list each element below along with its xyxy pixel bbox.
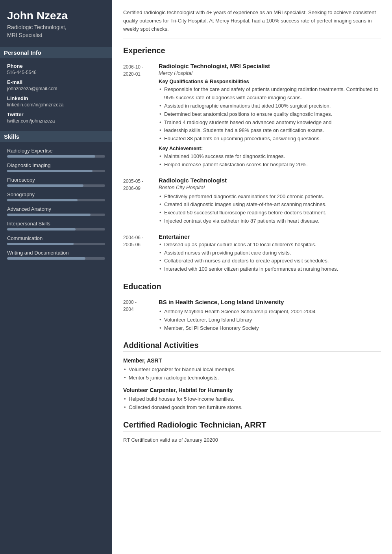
skills-heading: Skills bbox=[0, 131, 112, 142]
linkedin-value: linkedin.com/in/johnznzeza bbox=[7, 102, 105, 108]
activity-title-1: Member, ASRT bbox=[123, 357, 381, 364]
skill-label: Communication bbox=[7, 235, 105, 241]
edu-entry-1: 2000 -2004 BS in Health Science, Long Is… bbox=[123, 299, 381, 332]
twitter-label: Twitter bbox=[7, 112, 105, 117]
edu-bullets-1: Anthony Mayfield Health Science Scholars… bbox=[159, 308, 381, 332]
job3-bullet: Interacted with 100 senior citizen patie… bbox=[159, 265, 381, 273]
qual-bullet: Trained 4 radiology students based on ad… bbox=[159, 119, 381, 127]
activity-1: Member, ASRT Volunteer organizer for bia… bbox=[123, 357, 381, 382]
ach-bullet: Maintained 100% success rate for diagnos… bbox=[159, 152, 381, 161]
skill-label: Interpersonal Skills bbox=[7, 221, 105, 227]
job3-bullets: Dressed up as popular culture icons at 1… bbox=[159, 241, 381, 273]
cert-text: RT Certification valid as of January 202… bbox=[123, 437, 381, 443]
activity-bullet: Collected donated goods from ten furnitu… bbox=[123, 403, 381, 412]
skill-item: Communication bbox=[7, 235, 105, 245]
edu-bullet: Volunteer Lecturer, Long Island Library bbox=[159, 316, 381, 324]
email-label: E-mail bbox=[7, 79, 105, 85]
main-content: Certified radiologic technologist with 4… bbox=[112, 0, 392, 554]
job-title-2: Radiologic Technologist bbox=[159, 177, 381, 184]
activities-section: Additional Activities Member, ASRT Volun… bbox=[123, 341, 381, 411]
activity-bullet: Volunteer organizer for biannual local m… bbox=[123, 366, 381, 374]
email-value: johnznzeza@gmail.com bbox=[7, 86, 105, 91]
activity-2: Volunteer Carpenter, Habitat for Humanit… bbox=[123, 387, 381, 412]
skill-bar-bg bbox=[7, 170, 105, 172]
edu-bullet: Anthony Mayfield Health Science Scholars… bbox=[159, 308, 381, 316]
skill-bar-fill bbox=[7, 170, 92, 172]
job-company-2: Boston City Hospital bbox=[159, 184, 381, 190]
skill-item: Fluoroscopy bbox=[7, 177, 105, 187]
skill-bar-fill bbox=[7, 155, 95, 158]
cert-heading: Certified Radiologic Technician, ARRT bbox=[123, 420, 381, 431]
edu-degree-1: BS in Health Science, Long Island Univer… bbox=[159, 299, 381, 305]
personal-info-heading: Personal Info bbox=[0, 47, 112, 58]
job2-bullet: Created all diagnostic images using stat… bbox=[159, 201, 381, 209]
job-content-1: Radiologic Technologist, MRI Specialist … bbox=[159, 63, 381, 169]
skill-label: Writing and Documentation bbox=[7, 250, 105, 256]
activity-bullets-2: Helped build houses for 5 low-income fam… bbox=[123, 395, 381, 412]
job2-bullet: Executed 50 successful fluoroscope readi… bbox=[159, 209, 381, 217]
qual-bullet: Responsible for the care and safety of p… bbox=[159, 86, 381, 102]
skill-bar-bg bbox=[7, 199, 105, 201]
skills-list: Radiology ExpertiseDiagnostic ImagingFlu… bbox=[7, 148, 105, 260]
edu-bullet: Member, Sci Pi Science Honorary Society bbox=[159, 324, 381, 333]
qual-bullets-1: Responsible for the care and safety of p… bbox=[159, 86, 381, 143]
qual-bullet: Determined best anatomical positions to … bbox=[159, 110, 381, 119]
skill-bar-bg bbox=[7, 257, 105, 260]
job-company-1: Mercy Hospital bbox=[159, 70, 381, 76]
skill-bar-fill bbox=[7, 184, 83, 187]
skill-bar-fill bbox=[7, 243, 74, 245]
activity-bullet: Mentor 5 junior radiologic technologists… bbox=[123, 374, 381, 382]
phone-value: 516-445-5546 bbox=[7, 70, 105, 75]
skill-bar-bg bbox=[7, 243, 105, 245]
education-heading: Education bbox=[123, 282, 381, 293]
skill-item: Interpersonal Skills bbox=[7, 221, 105, 231]
candidate-name: John Nzeza bbox=[7, 9, 105, 22]
experience-heading: Experience bbox=[123, 46, 381, 57]
skill-item: Writing and Documentation bbox=[7, 250, 105, 260]
activity-bullets-1: Volunteer organizer for biannual local m… bbox=[123, 366, 381, 382]
summary-text: Certified radiologic technologist with 4… bbox=[123, 9, 381, 39]
job-content-2: Radiologic Technologist Boston City Hosp… bbox=[159, 177, 381, 225]
job-title-3: Entertainer bbox=[159, 233, 381, 240]
job3-bullet: Collaborated with nurses and doctors to … bbox=[159, 257, 381, 265]
activities-heading: Additional Activities bbox=[123, 341, 381, 352]
job2-bullets: Effectively performed diagnostic examina… bbox=[159, 193, 381, 225]
skill-bar-bg bbox=[7, 184, 105, 187]
job2-bullet: Injected contrast dye via catheter into … bbox=[159, 217, 381, 225]
job-entry-3: 2004-06 -2005-06 Entertainer Dressed up … bbox=[123, 233, 381, 273]
job-dates-1: 2006-10 -2020-01 bbox=[123, 63, 159, 169]
job-entry-2: 2005-05 -2006-09 Radiologic Technologist… bbox=[123, 177, 381, 225]
skill-item: Radiology Expertise bbox=[7, 148, 105, 158]
skill-label: Radiology Expertise bbox=[7, 148, 105, 154]
edu-content-1: BS in Health Science, Long Island Univer… bbox=[159, 299, 381, 332]
job3-bullet: Dressed up as popular culture icons at 1… bbox=[159, 241, 381, 249]
key-ach-label-1: Key Achievement: bbox=[159, 145, 381, 151]
twitter-value: twitter.com/johnznzeza bbox=[7, 118, 105, 124]
ach-bullets-1: Maintained 100% success rate for diagnos… bbox=[159, 152, 381, 169]
skill-item: Advanced Anatomy bbox=[7, 206, 105, 216]
skill-label: Sonography bbox=[7, 191, 105, 197]
skill-bar-fill bbox=[7, 257, 85, 260]
job-title-1: Radiologic Technologist, MRI Specialist bbox=[159, 63, 381, 69]
job-content-3: Entertainer Dressed up as popular cultur… bbox=[159, 233, 381, 273]
job3-bullet: Assisted nurses with providing patient c… bbox=[159, 249, 381, 257]
job-entry-1: 2006-10 -2020-01 Radiologic Technologist… bbox=[123, 63, 381, 169]
qual-bullet: leadership skills. Students had a 98% pa… bbox=[159, 126, 381, 135]
job2-bullet: Effectively performed diagnostic examina… bbox=[159, 193, 381, 201]
skill-label: Diagnostic Imaging bbox=[7, 162, 105, 168]
qual-bullet: Assisted in radiographic examinations th… bbox=[159, 102, 381, 110]
skill-label: Fluoroscopy bbox=[7, 177, 105, 183]
skill-item: Sonography bbox=[7, 191, 105, 201]
qual-bullet: Educated 88 patients on upcoming procedu… bbox=[159, 135, 381, 143]
skill-bar-bg bbox=[7, 155, 105, 158]
experience-section: Experience 2006-10 -2020-01 Radiologic T… bbox=[123, 46, 381, 273]
edu-dates-1: 2000 -2004 bbox=[123, 299, 159, 332]
linkedin-label: LinkedIn bbox=[7, 95, 105, 101]
activity-title-2: Volunteer Carpenter, Habitat for Humanit… bbox=[123, 387, 381, 393]
skill-bar-bg bbox=[7, 214, 105, 216]
skill-item: Diagnostic Imaging bbox=[7, 162, 105, 172]
phone-label: Phone bbox=[7, 63, 105, 69]
job-dates-3: 2004-06 -2005-06 bbox=[123, 233, 159, 273]
cert-section: Certified Radiologic Technician, ARRT RT… bbox=[123, 420, 381, 443]
activity-bullet: Helped build houses for 5 low-income fam… bbox=[123, 395, 381, 403]
